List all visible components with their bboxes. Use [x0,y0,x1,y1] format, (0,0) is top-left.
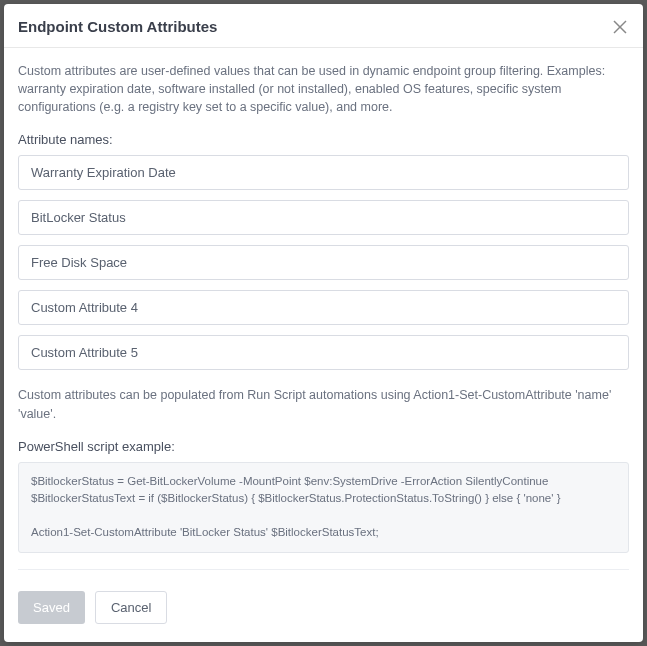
script-example-box: $BitlockerStatus = Get-BitLockerVolume -… [18,462,629,553]
attribute-input-2[interactable] [18,200,629,235]
saved-button: Saved [18,591,85,624]
modal-title: Endpoint Custom Attributes [18,18,217,35]
attribute-input-4[interactable] [18,290,629,325]
modal-footer: Saved Cancel [4,573,643,642]
cancel-button[interactable]: Cancel [95,591,167,624]
script-label: PowerShell script example: [18,439,629,454]
script-line: $BitlockerStatus = Get-BitLockerVolume -… [31,475,548,487]
script-line: $BitlockerStatusText = if ($BitlockerSta… [31,492,561,504]
attribute-input-5[interactable] [18,335,629,370]
script-line: Action1-Set-CustomAttribute 'BitLocker S… [31,526,379,538]
modal-dialog: Endpoint Custom Attributes Custom attrib… [4,4,643,642]
modal-body: Custom attributes are user-defined value… [4,48,643,573]
modal-header: Endpoint Custom Attributes [4,4,643,48]
populate-info-text: Custom attributes can be populated from … [18,386,629,422]
description-text: Custom attributes are user-defined value… [18,62,629,116]
attribute-input-3[interactable] [18,245,629,280]
close-icon[interactable] [613,20,627,34]
attribute-input-1[interactable] [18,155,629,190]
attributes-label: Attribute names: [18,132,629,147]
divider [18,569,629,570]
